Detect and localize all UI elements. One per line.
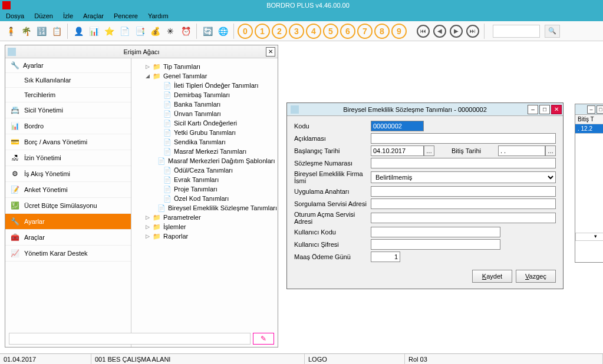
toolbar-btn-8[interactable]: 📄 (117, 24, 131, 38)
tree-node[interactable]: 📄Banka Tanımları (134, 100, 275, 109)
tree-expander-icon[interactable]: ▷ (144, 214, 150, 220)
input-aciklamasi[interactable] (371, 133, 556, 144)
dialog-header[interactable]: Bireysel Emeklilik Sözleşme Tanımları - … (287, 103, 563, 116)
num-5[interactable]: 5 (323, 24, 338, 39)
toolbar-btn-5[interactable]: 👤 (71, 24, 85, 38)
num-1[interactable]: 1 (255, 24, 270, 39)
tree-node[interactable]: ▷📁İşlemler (134, 222, 275, 231)
sidebar-item-9[interactable]: 📈Yönetim Karar Destek (5, 246, 131, 262)
menu-izle[interactable]: İzle (58, 11, 78, 21)
tree-node[interactable]: 📄Yetki Grubu Tanımları (134, 128, 275, 137)
tree-expander-icon[interactable]: ▷ (144, 224, 150, 230)
bg-date-cell[interactable]: . 12.2 (575, 124, 603, 134)
dialog-close[interactable]: ✕ (551, 105, 562, 114)
tree-node[interactable]: ◢📁Genel Tanımlar (134, 71, 275, 81)
toolbar-btn-9[interactable]: 📑 (133, 24, 147, 38)
menu-yardim[interactable]: Yardım (143, 11, 173, 21)
input-kodu[interactable] (371, 121, 424, 131)
num-7[interactable]: 7 (357, 24, 373, 39)
tree-search-input[interactable] (9, 333, 251, 345)
nav-last[interactable]: ⏭ (466, 25, 479, 38)
num-9[interactable]: 9 (391, 24, 407, 39)
toolbar-btn-6[interactable]: 📊 (87, 24, 101, 38)
num-3[interactable]: 3 (289, 24, 304, 39)
baslangic-date-picker[interactable]: … (424, 145, 434, 156)
tree-node[interactable]: 📄Demirbaş Tanımları (134, 90, 275, 100)
sidebar-item-6[interactable]: 💹Ücret Bütçe Simülasyonu (5, 198, 131, 214)
num-2[interactable]: 2 (272, 24, 287, 39)
tree-node[interactable]: 📄Ödül/Ceza Tanımları (134, 166, 275, 175)
tree-expander-icon[interactable]: ▷ (144, 64, 150, 70)
toolbar-btn-7[interactable]: ⭐ (102, 24, 116, 38)
sidebar-sub-tercih[interactable]: Tercihlerim (5, 88, 131, 102)
tree-node[interactable]: 📄İleti Tipleri Öndeğer Tanımları (134, 81, 275, 90)
input-baslangic-tarihi[interactable] (371, 145, 424, 156)
tree-node[interactable]: 📄Evrak Tanımları (134, 175, 275, 184)
toolbar-btn-12[interactable]: ⏰ (179, 24, 193, 38)
bitis-date-picker[interactable]: … (545, 145, 556, 156)
input-uygulama-anahtari[interactable] (371, 186, 556, 197)
save-button[interactable]: Kaydet (472, 270, 512, 283)
sidebar-item-5[interactable]: 📝Anket Yönetimi (5, 182, 131, 198)
tree-search-button[interactable]: ✎ (253, 333, 274, 345)
tree-node[interactable]: 📄Sendika Tanımları (134, 137, 275, 147)
num-6[interactable]: 6 (340, 24, 355, 39)
num-0[interactable]: 0 (238, 24, 253, 39)
bg-scroll-down[interactable]: ▾ (575, 233, 603, 241)
input-maas-odeme-gunu[interactable] (371, 252, 400, 262)
bg-col-header[interactable]: Bitiş T (575, 115, 603, 124)
tree-panel-close[interactable]: ✕ (266, 47, 275, 57)
input-bitis-tarihi[interactable] (498, 145, 545, 156)
toolbar-btn-2[interactable]: 🌴 (19, 24, 33, 38)
dialog-minimize[interactable]: – (528, 105, 538, 114)
tree-expander-icon[interactable]: ◢ (144, 73, 150, 79)
tree-node[interactable]: 📄Sicil Kartı Öndeğerleri (134, 118, 275, 128)
sidebar-item-2[interactable]: 💳Borç / Avans Yönetimi (5, 134, 131, 150)
sidebar-item-8[interactable]: 🧰Araçlar (5, 230, 131, 246)
dialog-maximize[interactable]: □ (539, 105, 550, 114)
tree-node[interactable]: 📄Ünvan Tanımları (134, 109, 275, 118)
tree-node[interactable]: 📄Masraf Merkezi Tanımları (134, 147, 275, 156)
toolbar-btn-11[interactable]: ✳ (163, 24, 177, 38)
bg-maximize[interactable]: □ (597, 105, 603, 114)
select-firma-ismi[interactable]: Belirtilmemiş (371, 171, 556, 183)
nav-next[interactable]: ▶ (450, 25, 463, 38)
input-kullanici-sifresi[interactable] (371, 239, 500, 250)
nav-prev[interactable]: ◀ (433, 25, 446, 38)
sidebar-item-4[interactable]: ⚙İş Akış Yönetimi (5, 166, 131, 182)
sidebar-top-ayarlar[interactable]: 🔧 Ayarlar (5, 58, 131, 73)
toolbar-btn-1[interactable]: 🧍 (4, 24, 18, 38)
num-4[interactable]: 4 (306, 24, 321, 39)
menu-dosya[interactable]: Dosya (1, 11, 29, 21)
tree-expander-icon[interactable]: ▷ (144, 233, 150, 239)
menu-duzen[interactable]: Düzen (29, 11, 58, 21)
toolbar-btn-14[interactable]: 🌐 (216, 24, 230, 38)
toolbar-btn-3[interactable]: 🔢 (34, 24, 48, 38)
toolbar-btn-10[interactable]: 💰 (148, 24, 162, 38)
menu-pencere[interactable]: Pencere (109, 11, 143, 21)
toolbar-search-input[interactable] (493, 25, 540, 38)
tree-node[interactable]: ▷📁Parametreler (134, 213, 275, 222)
tree-node[interactable]: 📄Bireysel Emeklilik Sözleşme Tanımları (134, 203, 275, 213)
toolbar-btn-13[interactable]: 🔄 (200, 24, 215, 38)
num-8[interactable]: 8 (374, 24, 390, 39)
sidebar-item-0[interactable]: 📇Sicil Yönetimi (5, 102, 131, 118)
input-oturum-adresi[interactable] (371, 213, 556, 223)
input-kullanici-kodu[interactable] (371, 227, 500, 237)
toolbar-search-button[interactable]: 🔍 (545, 25, 560, 38)
treeview[interactable]: ▷📁Tip Tanımları◢📁Genel Tanımlar📄İleti Ti… (131, 58, 278, 347)
tree-node[interactable]: 📄Özel Kod Tanımları (134, 194, 275, 203)
tree-node[interactable]: ▷📁Raporlar (134, 231, 275, 241)
sidebar-sub-sik[interactable]: Sık Kullanılanlar (5, 73, 131, 88)
sidebar-item-3[interactable]: 🏖İzin Yönetimi (5, 150, 131, 166)
tree-node[interactable]: 📄Masraf Merkezleri Dağıtım Şablonları (134, 156, 275, 166)
nav-first[interactable]: ⏮ (417, 25, 430, 38)
menu-araclar[interactable]: Araçlar (78, 11, 108, 21)
bg-minimize[interactable]: – (587, 105, 595, 114)
input-sozlesme-numarasi[interactable] (371, 158, 556, 168)
cancel-button[interactable]: Vazgeç (516, 270, 556, 283)
input-sorgulama-adresi[interactable] (371, 198, 556, 209)
sidebar-item-7[interactable]: 🔧Ayarlar (5, 214, 131, 230)
background-window[interactable]: – □ ✕ Bitiş T . 12.2 ▾ ▸ (575, 104, 603, 263)
tree-node[interactable]: 📄Proje Tanımları (134, 184, 275, 194)
